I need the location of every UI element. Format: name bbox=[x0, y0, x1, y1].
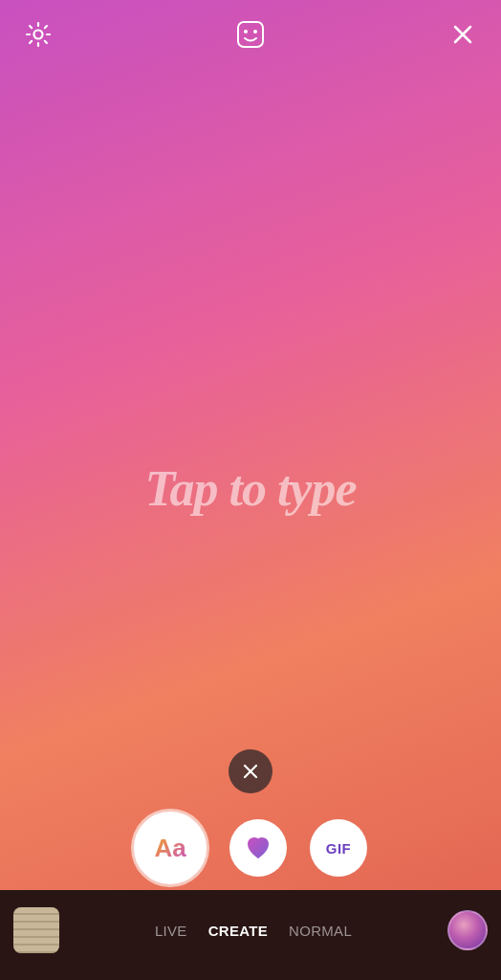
settings-button[interactable] bbox=[21, 17, 55, 52]
svg-point-3 bbox=[253, 30, 257, 33]
heart-icon bbox=[243, 833, 273, 863]
sticker-button[interactable] bbox=[233, 17, 268, 52]
nav-right bbox=[447, 910, 488, 950]
remove-button[interactable] bbox=[229, 749, 272, 793]
top-bar bbox=[0, 0, 501, 61]
tool-row: Aa GIF bbox=[0, 812, 501, 884]
gif-tool-label: GIF bbox=[326, 840, 352, 857]
nav-item-live[interactable]: LIVE bbox=[155, 923, 187, 939]
nav-item-normal[interactable]: NORMAL bbox=[289, 923, 352, 939]
stories-canvas: Tap to type Aa GIF bbox=[0, 0, 501, 980]
text-tool-button[interactable]: Aa bbox=[134, 812, 207, 884]
user-avatar[interactable] bbox=[447, 910, 488, 950]
gif-tool-button[interactable]: GIF bbox=[310, 819, 367, 877]
nav-left bbox=[13, 907, 59, 953]
canvas-placeholder[interactable]: Tap to type bbox=[144, 460, 356, 517]
heart-tool-button[interactable] bbox=[229, 819, 287, 877]
svg-point-0 bbox=[34, 31, 43, 39]
nav-center: LIVE CREATE NORMAL bbox=[59, 923, 447, 939]
svg-rect-1 bbox=[238, 22, 263, 47]
bottom-nav: LIVE CREATE NORMAL bbox=[0, 890, 501, 980]
svg-point-2 bbox=[244, 30, 248, 33]
text-tool-label: Aa bbox=[154, 834, 185, 863]
recent-photo-thumbnail[interactable] bbox=[13, 907, 59, 953]
close-button[interactable] bbox=[446, 17, 480, 52]
nav-item-create[interactable]: CREATE bbox=[208, 923, 268, 939]
